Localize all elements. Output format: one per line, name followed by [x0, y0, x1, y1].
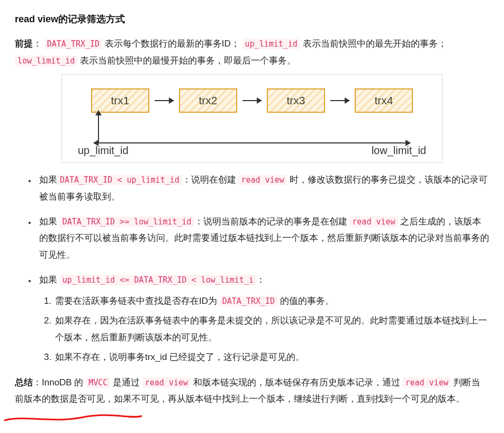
- rules-list: 如果DATA_TRX_ID < up_limit_id：说明在创建 read v…: [15, 172, 489, 365]
- axis-label-left: up_limit_id: [78, 141, 129, 160]
- code-mvcc: MVCC: [86, 377, 110, 388]
- code-low-limit-id: low_limit_id: [15, 56, 77, 66]
- sub-rule-1: 需要在活跃事务链表中查找是否存在ID为 DATA_TRX_ID 的值的事务。: [54, 293, 489, 309]
- code-data-trx-id: DATA_TRX_ID: [220, 296, 277, 306]
- premise-paragraph: 前提： DATA_TRX_ID 表示每个数据行的最新的事务ID； up_limi…: [15, 35, 489, 69]
- trx-box-3: trx3: [267, 88, 325, 113]
- up-arrow-icon: [98, 111, 99, 143]
- rule-item-2: 如果 DATA_TRX_ID >= low_limit_id：说明当前版本的记录…: [36, 213, 489, 263]
- rule-item-3: 如果 up_limit_id <= DATA_TRX_ID < low_limi…: [36, 272, 489, 365]
- code-cond-1: DATA_TRX_ID < up_limit_id: [57, 175, 182, 185]
- sub-rule-2: 如果存在，因为在活跃事务链表中的事务是未提交的，所以该记录是不可见的。此时需要通…: [54, 312, 489, 346]
- sub-rules-list: 需要在活跃事务链表中查找是否存在ID为 DATA_TRX_ID 的值的事务。 如…: [39, 293, 489, 366]
- arrow-right-icon: [330, 100, 349, 101]
- code-cond-3: up_limit_id <= DATA_TRX_ID < low_limit_i: [60, 275, 256, 285]
- section-title: read view的记录筛选方式: [15, 11, 489, 28]
- axis: up_limit_id low_limit_id: [85, 117, 419, 159]
- summary-paragraph: 总结：InnoDB 的 MVCC 是通过 read view 和版本链实现的，版…: [15, 374, 489, 408]
- code-up-limit-id: up_limit_id: [242, 39, 300, 49]
- premise-seg1: 表示每个数据行的最新的事务ID；: [105, 39, 240, 49]
- code-read-view: read view: [142, 377, 191, 388]
- code-read-view: read view: [239, 175, 287, 185]
- trx-box-1: trx1: [91, 88, 149, 113]
- rule-item-1: 如果DATA_TRX_ID < up_limit_id：说明在创建 read v…: [36, 172, 489, 205]
- hand-underline-icon: [4, 413, 142, 423]
- axis-label-right: low_limit_id: [372, 141, 426, 160]
- premise-label: 前提: [15, 39, 33, 49]
- trx-row: trx1 trx2 trx3 trx4: [62, 75, 442, 117]
- code-read-view: read view: [349, 216, 398, 227]
- arrow-right-icon: [155, 100, 174, 101]
- code-data-trx-id: DATA_TRX_ID: [44, 39, 102, 49]
- premise-seg3: 表示当前快照中的最慢开始的事务，即最后一个事务。: [80, 56, 296, 66]
- arrow-right-icon: [242, 100, 262, 101]
- summary-label: 总结: [15, 377, 33, 387]
- trx-box-4: trx4: [355, 88, 413, 113]
- sub-rule-3: 如果不存在，说明事务trx_id 已经提交了，这行记录是可见的。: [54, 349, 489, 365]
- code-read-view: read view: [402, 377, 451, 388]
- trx-diagram: trx1 trx2 trx3 trx4 up_limit_id low_limi…: [61, 74, 443, 163]
- premise-seg2: 表示当前快照中的最先开始的事务；: [303, 39, 447, 49]
- double-arrow-icon: [94, 142, 410, 143]
- trx-box-2: trx2: [179, 88, 237, 113]
- code-cond-2: DATA_TRX_ID >= low_limit_id: [60, 216, 194, 227]
